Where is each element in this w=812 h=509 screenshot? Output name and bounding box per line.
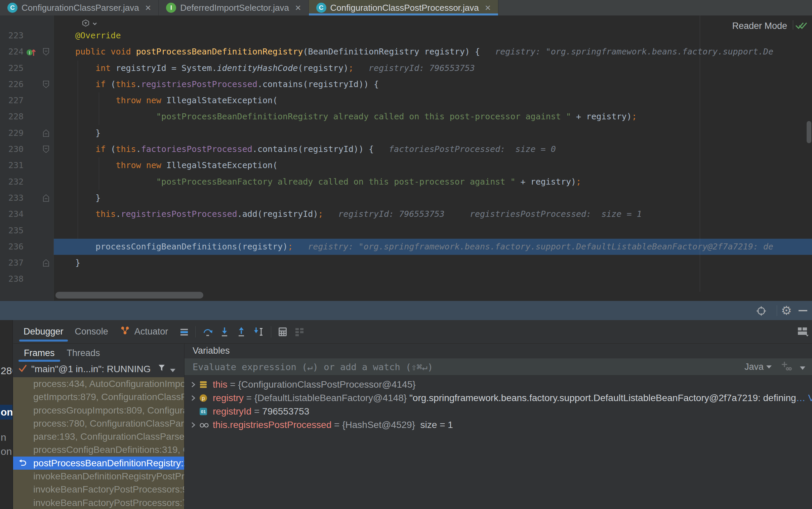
gutter-line-236[interactable]: 236 (0, 239, 54, 255)
code-text[interactable]: throw new IllegalStateException( (54, 93, 812, 109)
code-text[interactable]: } (54, 190, 812, 206)
stack-frame[interactable]: getImports:879, ConfigurationClassPa (13, 390, 184, 403)
stack-frame[interactable]: processConfigBeanDefinitions:319, C (13, 443, 184, 456)
tab-console[interactable]: Console (69, 320, 114, 343)
code-line-232[interactable]: 232"postProcessBeanFactory already calle… (0, 174, 812, 190)
tab-actuator[interactable]: Actuator (114, 320, 174, 343)
add-watch-icon[interactable] (780, 360, 792, 374)
code-text[interactable] (54, 271, 812, 287)
layout-settings-icon[interactable] (796, 325, 809, 339)
inspections-ok-icon[interactable] (795, 20, 809, 32)
reader-mode-label[interactable]: Reader Mode (732, 21, 787, 31)
code-text[interactable]: this.registriesPostProcessed.add(registr… (54, 206, 812, 222)
expand-chevron-icon[interactable] (189, 421, 197, 429)
gutter-line-237[interactable]: 237 (0, 255, 54, 271)
stack-frame[interactable]: parse:193, ConfigurationClassParser (13, 430, 184, 443)
tab-threads[interactable]: Threads (61, 344, 106, 363)
code-vision-settings-icon[interactable] (81, 19, 98, 29)
code-text[interactable]: } (54, 255, 812, 271)
stack-frame[interactable]: processGroupImports:809, Configura (13, 404, 184, 417)
code-line-237[interactable]: 237} (0, 255, 812, 271)
editor-tab[interactable]: CConfigurationClassParser.java× (0, 0, 158, 15)
thread-selector[interactable]: "main"@1 in...in": RUNNING (13, 363, 184, 376)
close-tab-icon[interactable]: × (485, 3, 491, 13)
tab-debugger[interactable]: Debugger (18, 320, 69, 343)
vertical-scrollbar[interactable] (807, 121, 811, 143)
focus-target-icon[interactable] (755, 305, 767, 318)
stack-frame[interactable]: process:780, ConfigurationClassPars (13, 417, 184, 430)
code-line-231[interactable]: 231throw new IllegalStateException( (0, 157, 812, 173)
variable-row[interactable]: this.registriesPostProcessed = {HashSet@… (184, 418, 812, 432)
code-line-229[interactable]: 229} (0, 125, 812, 141)
variable-row[interactable]: this = {ConfigurationClassPostProcessor@… (184, 378, 812, 391)
gutter-line-224[interactable]: 224I (0, 44, 54, 60)
thread-dropdown-icon[interactable] (170, 364, 175, 375)
overrides-method-icon[interactable]: I (26, 47, 36, 58)
stack-frame[interactable]: invokeBeanDefinitionRegistryPostPro (13, 470, 184, 483)
gutter-line-227[interactable]: 227 (0, 93, 54, 109)
evaluate-expression-input[interactable]: Evaluate expression (↵) or add a watch (… (184, 358, 812, 376)
expand-chevron-icon[interactable] (189, 394, 197, 402)
code-text[interactable]: } (54, 125, 812, 141)
gutter-line-235[interactable]: 235 (0, 223, 54, 239)
step-out-icon[interactable] (235, 326, 247, 338)
fold-region-end-icon[interactable] (42, 129, 50, 137)
stack-frame[interactable]: invokeBeanFactoryPostProcessors:96 (13, 483, 184, 496)
gutter-line-232[interactable]: 232 (0, 174, 54, 190)
step-over-icon[interactable] (202, 326, 214, 338)
variable-row[interactable]: pregistry = {DefaultListableBeanFactory@… (184, 391, 812, 405)
fold-region-icon[interactable] (42, 48, 50, 56)
view-link[interactable]: … View (796, 393, 812, 403)
gear-icon[interactable]: ⚙ (781, 305, 792, 316)
editor-tab[interactable]: IDeferredImportSelector.java× (158, 0, 309, 15)
view-options-icon[interactable] (178, 326, 190, 338)
variable-row[interactable]: 01registryId = 796553753 (184, 405, 812, 418)
code-text[interactable]: "postProcessBeanFactory already called o… (54, 174, 812, 190)
code-text[interactable]: throw new IllegalStateException( (54, 157, 812, 173)
watches-dropdown-icon[interactable] (800, 362, 805, 372)
close-tab-icon[interactable]: × (295, 3, 301, 13)
hide-panel-icon[interactable] (799, 305, 807, 311)
close-tab-icon[interactable]: × (145, 3, 151, 13)
gutter-line-225[interactable]: 225 (0, 60, 54, 76)
gutter-line-228[interactable]: 228 (0, 109, 54, 125)
fold-region-end-icon[interactable] (42, 194, 50, 202)
fold-region-end-icon[interactable] (42, 259, 50, 267)
code-text[interactable]: if (this.factoriesPostProcessed.contains… (54, 141, 812, 157)
code-line-236[interactable]: 236processConfigBeanDefinitions(registry… (0, 239, 812, 255)
code-line-230[interactable]: 230if (this.factoriesPostProcessed.conta… (0, 141, 812, 157)
code-text[interactable]: processConfigBeanDefinitions(registry);r… (54, 239, 812, 255)
code-line-233[interactable]: 233} (0, 190, 812, 206)
gutter-line-234[interactable]: 234 (0, 206, 54, 222)
stack-frame[interactable]: process:434, AutoConfigurationImpo (13, 377, 184, 390)
code-text[interactable]: public void postProcessBeanDefinitionReg… (54, 44, 812, 60)
editor-tab[interactable]: CConfigurationClassPostProcessor.java× (309, 0, 499, 15)
code-editor[interactable]: 223@Override224Ipublic void postProcessB… (0, 15, 812, 301)
tab-frames[interactable]: Frames (18, 344, 61, 363)
gutter-line-229[interactable]: 229 (0, 125, 54, 141)
code-text[interactable]: int registryId = System.identityHashCode… (54, 60, 812, 76)
gutter-line-230[interactable]: 230 (0, 141, 54, 157)
expand-chevron-icon[interactable] (189, 381, 197, 388)
run-to-cursor-icon[interactable] (252, 326, 266, 338)
code-line-235[interactable]: 235 (0, 223, 812, 239)
filter-funnel-icon[interactable] (156, 363, 167, 376)
gutter-line-233[interactable]: 233 (0, 190, 54, 206)
code-line-234[interactable]: 234this.registriesPostProcessed.add(regi… (0, 206, 812, 222)
gutter-line-226[interactable]: 226 (0, 76, 54, 93)
fold-region-icon[interactable] (42, 80, 50, 89)
layout-dimmed-icon[interactable] (293, 326, 306, 338)
code-text[interactable] (54, 223, 812, 239)
code-line-238[interactable]: 238 (0, 271, 812, 287)
code-line-228[interactable]: 228"postProcessBeanDefinitionRegistry al… (0, 109, 812, 125)
step-into-icon[interactable] (218, 326, 231, 338)
code-line-224[interactable]: 224Ipublic void postProcessBeanDefinitio… (0, 44, 812, 60)
evaluate-expression-icon[interactable] (277, 326, 289, 338)
gutter-line-238[interactable]: 238 (0, 271, 54, 287)
code-line-226[interactable]: 226if (this.registriesPostProcessed.cont… (0, 76, 812, 93)
fold-region-icon[interactable] (42, 145, 50, 153)
code-text[interactable]: if (this.registriesPostProcessed.contain… (54, 76, 812, 93)
code-line-225[interactable]: 225int registryId = System.identityHashC… (0, 60, 812, 76)
language-selector[interactable]: Java (744, 362, 772, 372)
code-line-227[interactable]: 227throw new IllegalStateException( (0, 93, 812, 109)
